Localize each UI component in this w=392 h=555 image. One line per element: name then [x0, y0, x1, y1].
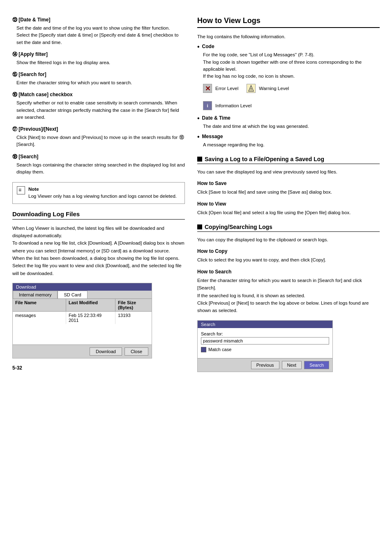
square-icon-2 [197, 224, 202, 229]
item-search-for-desc: Enter the character string for which you… [12, 79, 185, 86]
how-to-copy-body: Click to select the log you want to copy… [197, 256, 380, 264]
intro-text: The log contains the following informati… [197, 33, 380, 40]
search-for-input[interactable]: password mismatch [201, 337, 329, 345]
bullet-code-title: Code [202, 44, 214, 49]
left-column: ⑬ [Date & Time] Set the date and time of… [12, 16, 185, 372]
close-button[interactable]: Close [125, 347, 148, 356]
tab-sd-card[interactable]: SD Card [58, 291, 87, 298]
next-button[interactable]: Next [282, 361, 302, 369]
search-footer: Previous Next Search [198, 358, 332, 372]
download-dialog: Download Internal memory SD Card File Na… [12, 283, 152, 358]
cell-filename: messages [13, 312, 66, 324]
error-level-item: ✕ Error Level [203, 84, 238, 93]
info-level-row: i Information Level [203, 101, 380, 110]
match-case-row: Match case [201, 347, 329, 352]
bullet-message: • Message A message regarding the log. [197, 134, 380, 148]
dialog-tabs: Internal memory SD Card [13, 291, 152, 299]
note-text: NoteLog Viewer only has a log viewing fu… [28, 186, 177, 200]
previous-button[interactable]: Previous [251, 361, 279, 369]
warning-level-label: Warning Level [259, 86, 289, 91]
tab-internal-memory[interactable]: Internal memory [13, 291, 58, 298]
col-filesize-header: File Size (Bytes) [115, 299, 152, 311]
match-case-checkbox[interactable] [201, 347, 206, 352]
how-to-view-heading: How to View [197, 201, 380, 207]
how-to-copy-heading: How to Copy [197, 248, 380, 254]
how-to-save-heading: How to Save [197, 180, 380, 186]
note-box: NoteLog Viewer only has a log viewing fu… [12, 182, 185, 204]
bullet-datetime-title: Date & Time [202, 115, 231, 121]
item-apply-filter: ⑭ [Apply filter] Show the filtered logs … [12, 51, 185, 66]
item-date-time: ⑬ [Date & Time] Set the date and time of… [12, 16, 185, 46]
item-prev-next: ⑰ [Previous]/[Next] Click [Next] to move… [12, 126, 185, 148]
download-button[interactable]: Download [90, 347, 122, 356]
how-to-save-body: Click [Save to local file] and save usin… [197, 188, 380, 196]
page-container: ⑬ [Date & Time] Set the date and time of… [0, 0, 392, 388]
saving-heading: Saving a Log to a File/Opening a Saved L… [197, 156, 380, 164]
item-match-case-title: ⑯ [Match case] checkbox [12, 91, 185, 98]
item-date-time-title: ⑬ [Date & Time] [12, 16, 185, 23]
table-row: messages Feb 15 22:33:49 2011 13193 [13, 312, 152, 324]
search-for-label: Search for: [201, 331, 329, 336]
error-level-label: Error Level [215, 86, 238, 91]
search-dialog: Search Search for: password mismatch Mat… [197, 320, 333, 372]
copying-heading-text: Copying/Searching Logs [205, 224, 272, 230]
info-icon: i [203, 101, 212, 110]
col-filename-header: File Name [13, 299, 66, 311]
warning-icon: ! [247, 84, 256, 93]
downloading-body: When Log Viewer is launched, the latest … [12, 224, 185, 278]
item-search-desc: Search logs containing the character str… [12, 162, 185, 176]
item-match-case-desc: Specify whether or not to enable case se… [12, 99, 185, 121]
search-titlebar: Search [198, 321, 332, 328]
bullet-code-desc: For the log code, see "List of Log Messa… [197, 51, 380, 80]
main-heading: How to View Logs [197, 16, 380, 28]
dialog-titlebar: Download [13, 283, 152, 291]
match-case-checkbox-label: Match case [208, 347, 231, 352]
page-number: 5-32 [12, 365, 185, 371]
icon-levels: ✕ Error Level ! Warning Level i [197, 84, 380, 110]
right-column: How to View Logs The log contains the fo… [197, 16, 380, 372]
saving-body: You can save the displayed log and view … [197, 168, 380, 176]
downloading-heading: Downloading Log Files [12, 210, 185, 220]
saving-heading-text: Saving a Log to a File/Opening a Saved L… [205, 156, 324, 162]
how-to-search-heading: How to Search [197, 269, 380, 275]
item-search-for-title: ⑮ [Search for] [12, 71, 185, 78]
error-icon: ✕ [203, 84, 212, 93]
item-apply-filter-title: ⑭ [Apply filter] [12, 51, 185, 58]
search-button[interactable]: Search [304, 361, 329, 369]
copying-body: You can copy the displayed log to the cl… [197, 236, 380, 243]
cell-filesize: 13193 [115, 312, 152, 324]
item-match-case: ⑯ [Match case] checkbox Specify whether … [12, 91, 185, 121]
how-to-view-body: Click [Open local file] and select a log… [197, 209, 380, 216]
dialog-table-header: File Name Last Modified File Size (Bytes… [13, 299, 152, 312]
item-search-title: ⑱ [Search] [12, 153, 185, 160]
copying-heading: Copying/Searching Logs [197, 224, 380, 232]
dialog-body: messages Feb 15 22:33:49 2011 13193 [13, 312, 152, 345]
bullet-datetime-desc: The date and time at which the log was g… [197, 123, 380, 130]
col-lastmodified-header: Last Modified [66, 299, 115, 311]
info-level-item: i Information Level [203, 101, 380, 110]
note-icon [17, 186, 25, 194]
info-level-label: Information Level [215, 103, 251, 108]
bullet-message-desc: A message regarding the log. [197, 141, 380, 148]
item-date-time-desc: Set the date and time of the log you wan… [12, 25, 185, 46]
dialog-footer: Download Close [13, 345, 152, 358]
bullet-datetime: • Date & Time The date and time at which… [197, 115, 380, 130]
item-search-for: ⑮ [Search for] Enter the character strin… [12, 71, 185, 86]
bullet-code: • Code For the log code, see "List of Lo… [197, 44, 380, 110]
svg-text:!: ! [251, 87, 252, 91]
item-prev-next-title: ⑰ [Previous]/[Next] [12, 126, 185, 133]
square-icon [197, 157, 202, 162]
cell-lastmodified: Feb 15 22:33:49 2011 [66, 312, 115, 324]
bullet-message-title: Message [202, 134, 223, 139]
warning-level-item: ! Warning Level [247, 84, 289, 93]
item-apply-filter-desc: Show the filtered logs in the log displa… [12, 59, 185, 66]
how-to-search-body: Enter the character string for which you… [197, 277, 380, 314]
item-search: ⑱ [Search] Search logs containing the ch… [12, 153, 185, 176]
item-prev-next-desc: Click [Next] to move down and [Previous]… [12, 134, 185, 148]
search-body: Search for: password mismatch Match case [198, 328, 332, 358]
